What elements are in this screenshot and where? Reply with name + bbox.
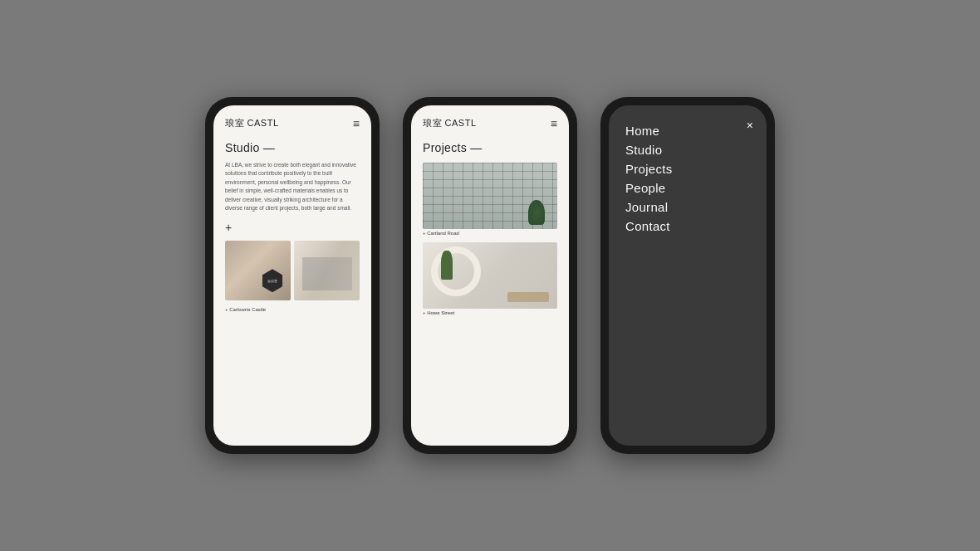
studio-plus-icon[interactable]: + xyxy=(225,221,360,234)
studio-image-right-detail xyxy=(302,257,352,290)
project-caption-1: + Cartland Road xyxy=(423,231,557,236)
nav-item-journal[interactable]: Journal xyxy=(625,198,750,216)
project-cartland-inner xyxy=(423,163,557,229)
phone-projects-device: 琅室 CASTL ≡ Projects — + Cartland Road xyxy=(403,97,577,454)
projects-logo: 琅室 CASTL xyxy=(423,117,477,129)
nav-item-contact[interactable]: Contact xyxy=(625,217,750,235)
project-howe-inner xyxy=(423,242,557,309)
studio-image-right xyxy=(294,241,360,300)
phone-projects-screen: 琅室 CASTL ≡ Projects — + Cartland Road xyxy=(411,105,569,446)
project-caption-2: + Howe Street xyxy=(423,310,557,315)
studio-badge-text: 会议室 xyxy=(267,279,277,283)
studio-body-text: At LBA, we strive to create both elegant… xyxy=(225,161,360,212)
studio-hamburger-icon[interactable]: ≡ xyxy=(353,118,360,129)
projects-title: Projects — xyxy=(423,141,557,154)
studio-caption: + Carlowrie Castle xyxy=(225,307,360,312)
nav-menu: Home Studio Projects People Journal Cont… xyxy=(625,122,750,235)
nav-page: × Home Studio Projects People Journal Co… xyxy=(609,105,767,446)
phone-studio-device: 琅室 CASTL ≡ Studio — At LBA, we strive to… xyxy=(205,97,380,454)
project-cartland-plant xyxy=(528,200,545,225)
nav-item-projects[interactable]: Projects xyxy=(625,160,750,178)
studio-image-left: 会议室 xyxy=(225,241,291,300)
nav-close-button[interactable]: × xyxy=(747,119,753,132)
project-item-2[interactable]: + Howe Street xyxy=(423,242,557,315)
projects-hamburger-icon[interactable]: ≡ xyxy=(551,118,557,129)
studio-header: 琅室 CASTL ≡ xyxy=(225,117,360,129)
project-image-howe xyxy=(423,242,557,309)
studio-badge: 会议室 xyxy=(261,269,284,292)
nav-item-people[interactable]: People xyxy=(625,179,750,197)
studio-image-row: 会议室 xyxy=(225,241,360,300)
phone-1: 琅室 CASTL ≡ Studio — At LBA, we strive to… xyxy=(205,97,380,454)
studio-page: 琅室 CASTL ≡ Studio — At LBA, we strive to… xyxy=(213,105,371,446)
phone-nav-screen: × Home Studio Projects People Journal Co… xyxy=(609,105,767,446)
project-item-1[interactable]: + Cartland Road xyxy=(423,163,557,236)
studio-title: Studio — xyxy=(225,141,360,154)
projects-header: 琅室 CASTL ≡ xyxy=(423,117,557,129)
phone-studio-screen: 琅室 CASTL ≡ Studio — At LBA, we strive to… xyxy=(213,105,371,446)
nav-item-studio[interactable]: Studio xyxy=(625,141,750,158)
project-image-cartland xyxy=(423,163,557,229)
studio-logo: 琅室 CASTL xyxy=(225,117,279,129)
project-howe-circle xyxy=(431,246,481,296)
project-howe-table xyxy=(507,292,549,302)
projects-page: 琅室 CASTL ≡ Projects — + Cartland Road xyxy=(411,105,569,446)
project-howe-plant xyxy=(441,251,453,280)
nav-item-home[interactable]: Home xyxy=(625,122,750,139)
phone-nav-device: × Home Studio Projects People Journal Co… xyxy=(600,97,775,454)
phone-3: × Home Studio Projects People Journal Co… xyxy=(600,97,775,454)
phone-2: 琅室 CASTL ≡ Projects — + Cartland Road xyxy=(403,97,577,454)
